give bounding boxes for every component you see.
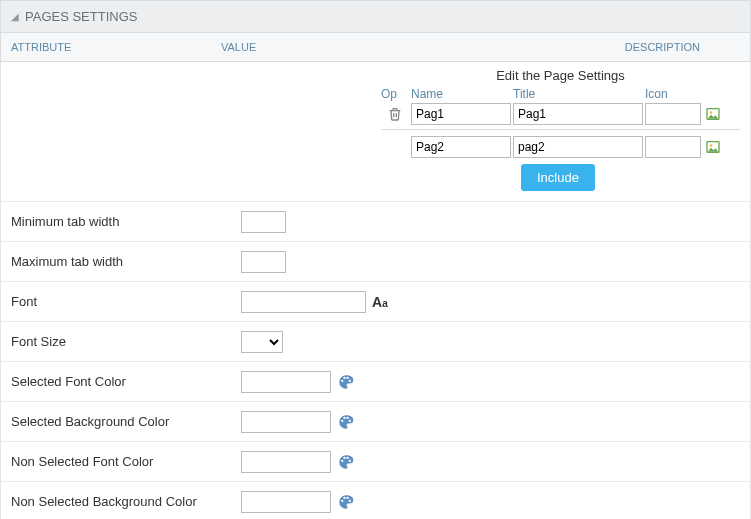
column-header-description: DESCRIPTION <box>521 41 740 53</box>
page-title-input[interactable] <box>513 136 643 158</box>
color-picker-icon[interactable] <box>337 373 355 391</box>
collapse-icon: ◢ <box>11 11 19 22</box>
page-table-row <box>381 103 740 125</box>
edit-title: Edit the Page Settings <box>381 68 740 83</box>
page-table-header-name: Name <box>411 87 511 101</box>
max-tab-width-input[interactable] <box>241 251 286 273</box>
font-size-select[interactable] <box>241 331 283 353</box>
image-picker-icon[interactable] <box>705 139 721 155</box>
page-settings-editor: Edit the Page Settings Op Name Title Ico… <box>0 62 751 202</box>
page-table-header-icon: Icon <box>645 87 717 101</box>
page-table: Op Name Title Icon <box>381 87 740 125</box>
page-icon-input[interactable] <box>645 136 701 158</box>
page-name-input[interactable] <box>411 103 511 125</box>
attr-row-font: Font Aa <box>0 282 751 322</box>
page-table-header-op: Op <box>381 87 409 101</box>
svg-point-1 <box>710 111 713 114</box>
page-table-new <box>381 136 740 158</box>
color-picker-icon[interactable] <box>337 453 355 471</box>
attr-label: Maximum tab width <box>11 254 241 269</box>
panel-header[interactable]: ◢ PAGES SETTINGS <box>0 0 751 33</box>
delete-icon[interactable] <box>387 106 403 122</box>
font-input[interactable] <box>241 291 366 313</box>
attr-row-max-tab-width: Maximum tab width <box>0 242 751 282</box>
attr-label: Selected Font Color <box>11 374 241 389</box>
include-button[interactable]: Include <box>521 164 595 191</box>
attr-row-nonsel-font-color: Non Selected Font Color <box>0 442 751 482</box>
divider <box>381 129 740 130</box>
attr-row-sel-bg-color: Selected Background Color <box>0 402 751 442</box>
attr-label: Non Selected Font Color <box>11 454 241 469</box>
attr-label: Minimum tab width <box>11 214 241 229</box>
min-tab-width-input[interactable] <box>241 211 286 233</box>
image-picker-icon[interactable] <box>705 106 721 122</box>
page-table-row <box>381 136 740 158</box>
page-title-input[interactable] <box>513 103 643 125</box>
sel-font-color-input[interactable] <box>241 371 331 393</box>
color-picker-icon[interactable] <box>337 413 355 431</box>
font-picker-icon[interactable]: Aa <box>372 294 388 310</box>
svg-point-3 <box>710 144 713 147</box>
page-icon-input[interactable] <box>645 103 701 125</box>
attr-row-min-tab-width: Minimum tab width <box>0 202 751 242</box>
columns-header: ATTRIBUTE VALUE DESCRIPTION <box>0 33 751 62</box>
column-header-value: VALUE <box>221 41 521 53</box>
color-picker-icon[interactable] <box>337 493 355 511</box>
sel-bg-color-input[interactable] <box>241 411 331 433</box>
attr-label: Font Size <box>11 334 241 349</box>
nonsel-font-color-input[interactable] <box>241 451 331 473</box>
panel-title: PAGES SETTINGS <box>25 9 137 24</box>
attr-label: Selected Background Color <box>11 414 241 429</box>
attr-row-sel-font-color: Selected Font Color <box>0 362 751 402</box>
attr-label: Non Selected Background Color <box>11 494 241 509</box>
attr-row-font-size: Font Size <box>0 322 751 362</box>
column-header-attribute: ATTRIBUTE <box>11 41 221 53</box>
attr-row-nonsel-bg-color: Non Selected Background Color <box>0 482 751 519</box>
attr-label: Font <box>11 294 241 309</box>
nonsel-bg-color-input[interactable] <box>241 491 331 513</box>
page-name-input[interactable] <box>411 136 511 158</box>
page-table-header-title: Title <box>513 87 643 101</box>
page-table-header: Op Name Title Icon <box>381 87 740 103</box>
